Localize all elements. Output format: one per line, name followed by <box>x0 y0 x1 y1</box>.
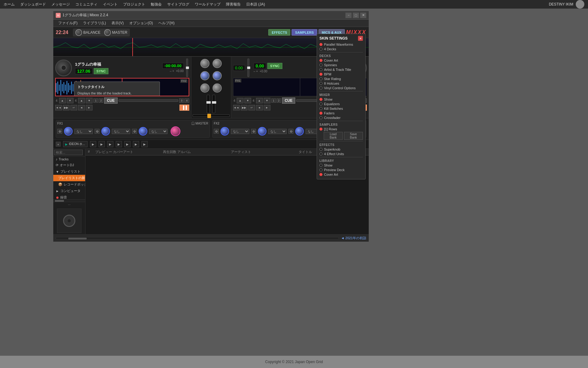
deck1-loop-2[interactable]: 2 <box>99 98 103 103</box>
deck1-loop-size-up[interactable]: ▲ <box>59 98 66 103</box>
channel1-fader[interactable] <box>207 95 210 113</box>
deck2-prev-hotcue[interactable]: ◄ <box>256 105 263 110</box>
skin-option-kill-switches[interactable]: Kill Switches <box>319 107 363 110</box>
nav-item-worldmap[interactable]: ワールドマップ <box>195 2 221 7</box>
mixer-eq-high-2[interactable] <box>213 59 222 68</box>
sampler-play-3[interactable]: ▶ <box>107 141 113 147</box>
sidebar-item-recording[interactable]: ⏺ 録音 <box>53 194 85 199</box>
deck1-crossfader[interactable] <box>119 99 179 102</box>
maximize-button[interactable]: □ <box>353 13 359 18</box>
sampler-play-2[interactable]: ▶ <box>99 141 105 147</box>
sampler-play-7[interactable]: ▶ <box>141 141 148 147</box>
deck1-return[interactable]: ↩ <box>70 105 77 110</box>
skin-option-parallel-waveforms[interactable]: Parallel Waveforms <box>319 43 363 46</box>
fx1-select-1[interactable]: なし <box>74 129 93 134</box>
deck1-prev-hotcue[interactable]: ◄ <box>78 105 85 110</box>
nav-item-blog[interactable]: サイトブログ <box>167 2 189 7</box>
mixer-eq-low-2[interactable] <box>213 83 222 93</box>
fx1-power[interactable]: ⏻ <box>57 129 62 134</box>
skin-option-4-decks[interactable]: 4 Decks <box>319 47 363 51</box>
load-bank-button[interactable]: Load Bank <box>324 132 343 140</box>
crossfader-track[interactable] <box>193 114 230 117</box>
channel2-fader[interactable] <box>212 95 215 113</box>
deck2-forward[interactable]: ▶▶ <box>241 105 247 110</box>
mixer-eq-low-1[interactable] <box>200 83 209 93</box>
deck1-back[interactable]: ◄◄ <box>55 105 62 110</box>
nav-item-projects[interactable]: プロジェクト <box>123 2 145 7</box>
skin-option-samplers-rows[interactable]: [1] Rows <box>319 127 363 131</box>
balance-knob[interactable] <box>75 29 82 36</box>
nav-item-language[interactable]: 日本語 (JA) <box>246 2 265 7</box>
fx2-power-3[interactable]: ⏻ <box>288 129 293 134</box>
sampler-play-6[interactable]: ▶ <box>133 141 139 147</box>
mixer-eq-mid-2[interactable] <box>213 71 222 80</box>
skin-option-cover-art[interactable]: Cover Art <box>319 59 363 62</box>
sidebar-item-recordbox[interactable]: 📦 レコードボックス <box>53 181 85 188</box>
fx2-knob-3[interactable] <box>295 127 304 136</box>
deck1-sync-button[interactable]: SYNC <box>94 68 109 74</box>
deck2-loop3[interactable]: ▼ <box>264 98 270 103</box>
skin-option-library-show[interactable]: Show <box>319 163 363 167</box>
skin-option-artist-track-title[interactable]: Artist & Track Title <box>319 68 363 71</box>
menu-help[interactable]: ヘルプ(H) <box>156 20 177 26</box>
sidebar-item-new-playlist[interactable]: プレイリストの新規 <box>53 175 85 181</box>
nav-item-events[interactable]: イベント <box>103 2 118 7</box>
minimize-button[interactable]: － <box>345 13 352 18</box>
deck2-loop-size-down[interactable]: ▼ <box>244 98 251 103</box>
deck1-cue-button[interactable]: CUE <box>104 98 117 104</box>
skin-option-mixer-show[interactable]: Show <box>319 98 363 101</box>
master-knob[interactable] <box>104 29 111 36</box>
save-bank-button[interactable]: Save Bank <box>344 132 363 140</box>
skin-option-star-rating[interactable]: Star Rating <box>319 77 363 81</box>
skin-option-vinyl-control-options[interactable]: Vinyl Control Options <box>319 86 363 90</box>
mixer-eq-mid-1[interactable] <box>200 71 209 80</box>
nav-item-accessibility[interactable]: 障害報告 <box>226 2 241 7</box>
skin-option-faders[interactable]: Faders <box>319 111 363 115</box>
deck1-loop-1[interactable]: 1 <box>93 98 98 103</box>
deck1-vinyl[interactable] <box>55 59 72 76</box>
deck2-loop-1[interactable]: 1 <box>271 98 276 103</box>
sampler-play-1[interactable]: ▶ <box>90 141 96 147</box>
nav-item-study[interactable]: 勉強会 <box>151 2 162 7</box>
deck2-loop2[interactable]: ▲ <box>256 98 263 103</box>
deck2-loop-2[interactable]: 2 <box>277 98 281 103</box>
effects-button[interactable]: EFFECTS <box>268 29 290 36</box>
search-input[interactable] <box>54 150 83 155</box>
fx2-select-2[interactable]: なし <box>268 129 287 134</box>
deck2-loop-size-up[interactable]: ▲ <box>237 98 243 103</box>
fx1-knob-3[interactable] <box>139 127 147 136</box>
close-button[interactable]: ✕ <box>360 13 366 18</box>
sampler-play-4[interactable]: ▶ <box>116 141 122 147</box>
skin-option-preview-deck[interactable]: Preview Deck <box>319 168 363 172</box>
fx1-select-3[interactable]: なし <box>149 129 168 134</box>
deck1-forward[interactable]: ▶▶ <box>63 105 70 110</box>
nav-item-messages[interactable]: メッセージ <box>51 2 70 7</box>
deck1-loop-size-down[interactable]: ▼ <box>67 98 74 103</box>
deck1-play-button[interactable]: ▐▐ <box>179 105 189 111</box>
menu-view[interactable]: 表示(V) <box>109 20 126 26</box>
fx1-super-knob[interactable] <box>171 126 180 136</box>
fx2-power-1[interactable]: ⏻ <box>214 129 219 134</box>
skin-option-superknob[interactable]: Superknob <box>319 148 363 151</box>
sidebar-expand[interactable]: ··· <box>53 202 85 207</box>
deck1-next-hotcue[interactable]: ► <box>86 105 92 110</box>
deck2-back[interactable]: ◄◄ <box>233 105 240 110</box>
fx1-knob-2[interactable] <box>101 127 110 136</box>
deck2-pitch-slider[interactable] <box>247 59 249 77</box>
skin-option-4-effect-units[interactable]: 4 Effect Units <box>319 152 363 156</box>
sampler-collapse[interactable]: ▲ <box>56 142 61 147</box>
deck1-pitch-slider[interactable] <box>186 59 188 77</box>
deck1-loop3[interactable]: ▼ <box>86 98 92 103</box>
nav-item-home[interactable]: ホーム <box>4 2 15 7</box>
menu-library[interactable]: ライブラリ(L) <box>81 20 108 26</box>
sidebar-item-tracks[interactable]: ♪ Tracks <box>53 156 85 162</box>
deck2-cue-button[interactable]: CUE <box>282 98 295 104</box>
skin-option-8-hotcues[interactable]: 8 Hotcues <box>319 82 363 85</box>
deck2-sync-button[interactable]: SYNC <box>267 63 282 69</box>
fx1-knob-1[interactable] <box>64 127 73 136</box>
avatar[interactable] <box>576 0 584 9</box>
skin-option-equalizers[interactable]: Equalizers <box>319 102 363 106</box>
samplers-button[interactable]: SAMPLERS <box>292 29 317 36</box>
deck1-waveform[interactable]: FX2 トラックタイトル Displays the title of the l… <box>55 78 189 96</box>
fx1-select-2[interactable]: なし <box>112 129 130 134</box>
